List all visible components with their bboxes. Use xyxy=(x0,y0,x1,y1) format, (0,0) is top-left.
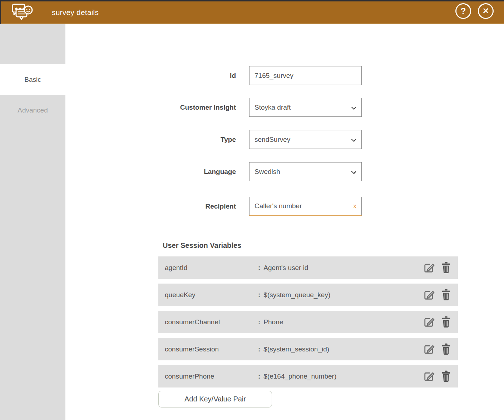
variable-value: $(system_session_id) xyxy=(263,345,329,353)
page-title: survey details xyxy=(52,1,99,24)
help-icon[interactable]: ? xyxy=(455,3,471,19)
field-row-id: Id 7165_survey xyxy=(0,66,504,85)
row-actions xyxy=(422,261,453,275)
edit-icon[interactable] xyxy=(422,315,436,329)
variables-list: agentId : Agent's user id xyxy=(158,256,458,392)
row-actions xyxy=(422,370,453,383)
row-actions xyxy=(422,288,453,302)
field-row-recipient: Recipient Caller's number x xyxy=(0,197,504,216)
field-row-type: Type sendSurvey xyxy=(0,130,504,149)
trash-icon[interactable] xyxy=(439,288,453,302)
recipient-label: Recipient xyxy=(65,197,236,216)
edit-icon[interactable] xyxy=(422,370,436,383)
chevron-down-icon xyxy=(351,169,356,174)
edit-icon[interactable] xyxy=(422,288,436,302)
colon-separator: : xyxy=(258,318,260,326)
variable-key: consumerPhone xyxy=(165,372,258,380)
variable-value: $(e164_phone_number) xyxy=(263,372,336,380)
customer-insight-value: Stoyka draft xyxy=(255,104,291,111)
row-actions xyxy=(422,315,453,329)
window-left-border xyxy=(0,1,1,24)
chevron-down-icon xyxy=(351,137,356,142)
chevron-down-icon xyxy=(351,105,356,110)
id-label: Id xyxy=(65,66,236,85)
edit-icon[interactable] xyxy=(422,261,436,275)
customer-insight-select[interactable]: Stoyka draft xyxy=(249,98,362,117)
language-value: Swedish xyxy=(255,168,280,176)
colon-separator: : xyxy=(258,291,260,299)
trash-icon[interactable] xyxy=(439,370,453,383)
user-session-variables-title: User Session Variables xyxy=(163,241,241,250)
svg-text:★★★: ★★★ xyxy=(14,6,26,11)
variable-row-consumerSession: consumerSession : $(system_session_id) xyxy=(158,338,458,360)
clear-recipient-icon[interactable]: x xyxy=(353,197,356,215)
colon-separator: : xyxy=(258,264,260,272)
recipient-input[interactable]: Caller's number x xyxy=(249,197,362,216)
variable-row-consumerPhone: consumerPhone : $(e164_phone_number) xyxy=(158,365,458,388)
variable-value: Phone xyxy=(263,318,283,326)
variable-row-agentId: agentId : Agent's user id xyxy=(158,256,458,279)
variable-key: consumerChannel xyxy=(165,318,258,326)
id-input-value: 7165_survey xyxy=(255,72,293,80)
add-key-value-pair-button[interactable]: Add Key/Value Pair xyxy=(158,391,272,408)
type-select[interactable]: sendSurvey xyxy=(249,130,362,149)
variable-row-queueKey: queueKey : $(system_queue_key) xyxy=(158,284,458,306)
recipient-input-value: Caller's number xyxy=(255,202,302,210)
variable-value: $(system_queue_key) xyxy=(263,291,330,299)
id-input[interactable]: 7165_survey xyxy=(249,66,362,85)
language-label: Language xyxy=(65,162,236,181)
type-label: Type xyxy=(65,130,236,149)
edit-icon[interactable] xyxy=(422,342,436,356)
close-glyph: ✕ xyxy=(483,6,489,16)
colon-separator: : xyxy=(258,372,260,380)
survey-chat-icon: ★★★ xyxy=(10,2,34,24)
variable-key: agentId xyxy=(165,264,258,272)
trash-icon[interactable] xyxy=(439,261,453,275)
field-row-customer-insight: Customer Insight Stoyka draft xyxy=(0,98,504,117)
variable-key: consumerSession xyxy=(165,345,258,353)
help-glyph: ? xyxy=(461,6,466,16)
trash-icon[interactable] xyxy=(439,315,453,329)
language-select[interactable]: Swedish xyxy=(249,162,362,181)
variable-value: Agent's user id xyxy=(263,264,308,272)
variable-key: queueKey xyxy=(165,291,258,299)
variable-row-consumerChannel: consumerChannel : Phone xyxy=(158,311,458,333)
row-actions xyxy=(422,342,453,356)
customer-insight-label: Customer Insight xyxy=(65,98,236,117)
close-icon[interactable]: ✕ xyxy=(478,3,494,19)
survey-details-window: ★★★ survey details ? ✕ Basic Advanced Id… xyxy=(0,0,504,420)
trash-icon[interactable] xyxy=(439,342,453,356)
colon-separator: : xyxy=(258,345,260,353)
field-row-language: Language Swedish xyxy=(0,162,504,181)
title-bar: ★★★ survey details ? ✕ xyxy=(0,1,504,24)
type-value: sendSurvey xyxy=(255,136,290,144)
